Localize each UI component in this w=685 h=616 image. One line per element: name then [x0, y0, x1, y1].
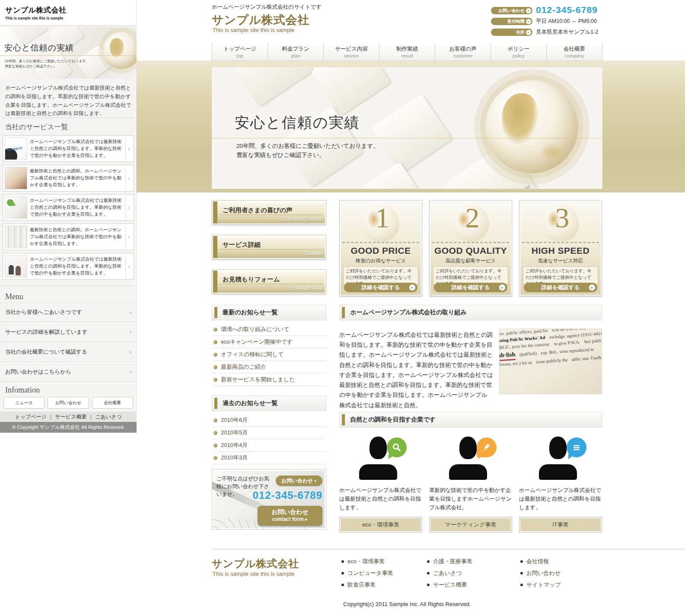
- sidebar-logo[interactable]: サンプル株式会社 This is sample site this is sam…: [0, 0, 136, 26]
- detail-button[interactable]: 詳細を確認する▸: [524, 283, 597, 292]
- news-item[interactable]: ecoキャンペーン開催中です: [212, 336, 326, 348]
- service-thumbnail-people: [5, 255, 27, 278]
- service-list-item[interactable]: ホームページサンプル株式会社では最新技術と自然との調和を目指します。革新的な技術…: [3, 253, 134, 280]
- play-circle-icon: ▸: [409, 284, 415, 290]
- feature-box-high-speed: 3 HIGH SPEED 迅速なサービス対応 ご好評をいただいております。今だけ…: [519, 200, 602, 296]
- company-button[interactable]: 会社概要: [92, 397, 133, 409]
- nav-item-top[interactable]: トップページtop: [212, 43, 268, 60]
- footer-link[interactable]: ごあいさつ: [427, 569, 472, 577]
- archive-item[interactable]: 2010年3月: [212, 452, 326, 464]
- footer-link[interactable]: お問い合わせ: [520, 569, 561, 577]
- feature-subtitle: 高品質な顧客サービス: [430, 258, 512, 264]
- marketing-business-button[interactable]: マーケティング事業: [429, 517, 512, 533]
- arrow-circle-icon: ▸: [526, 8, 531, 13]
- estimate-form-banner[interactable]: お見積もりフォーム Estimate form: [212, 269, 326, 294]
- chevron-right-icon: ›: [125, 137, 132, 160]
- footer-link[interactable]: 飲食店事業: [341, 581, 393, 589]
- hours-badge[interactable]: 受付時間▸: [491, 18, 532, 25]
- bullet-icon: [341, 584, 344, 586]
- contact-row-address: 住所▸ 見本県見本市サンプル1-2: [491, 27, 608, 38]
- contact-badge[interactable]: お問い合わせ▸: [491, 7, 532, 14]
- address-badge[interactable]: 住所▸: [491, 29, 532, 36]
- chevron-right-icon: ›: [125, 167, 132, 189]
- site-logo-subtitle: This is sample site this is sample: [213, 27, 294, 33]
- bullet-icon: [427, 572, 430, 575]
- initiatives-body: ホームページサンプル株式会社では最新技術と自然との調和を目指します。革新的な技術…: [339, 330, 493, 410]
- person-icon: [355, 437, 407, 480]
- detail-button[interactable]: 詳細を確認する▸: [434, 283, 507, 292]
- footer-link[interactable]: eco・環境事業: [341, 558, 393, 565]
- contact-button[interactable]: お問い合わせ: [48, 397, 89, 409]
- nav-item-service[interactable]: サービス内容service: [323, 43, 379, 60]
- archive-item[interactable]: 2010年6月: [212, 414, 326, 427]
- footer-logo-subtitle: This is sample site this is sample: [213, 571, 294, 577]
- news-item[interactable]: 最新商品のご紹介: [212, 361, 326, 373]
- detail-button[interactable]: 詳細を確認する▸: [344, 283, 417, 292]
- service-list-item[interactable]: ホームページサンプル株式会社では最新技術と自然との調和を目指します。革新的な技術…: [3, 194, 134, 221]
- contact-form-button[interactable]: お問い合わせ contact form ▸: [258, 506, 322, 526]
- bullet-icon: [427, 584, 430, 586]
- keyboard-key-decoration: [371, 94, 452, 173]
- nav-item-policy[interactable]: ポリシーpolicy: [491, 43, 546, 60]
- business-hours: 平日 AM10:00 ～ PM5:00: [536, 18, 597, 25]
- service-list-item[interactable]: BUSINESS ホームページサンプル株式会社では最新技術と自然との調和を目指し…: [3, 135, 134, 162]
- site-logo[interactable]: サンプル株式会社: [212, 12, 310, 28]
- news-button[interactable]: ニュース: [3, 397, 45, 409]
- footer-link[interactable]: 会社情報: [520, 558, 561, 565]
- nav-item-result[interactable]: 制作実績result: [379, 43, 435, 60]
- service-item-text: 最新技術と自然との調和。ホームページサンプル株式会社では革新的な技術で世の中を動…: [27, 168, 125, 188]
- footer-link[interactable]: サイトマップ: [520, 581, 561, 589]
- bullet-icon: [341, 560, 344, 563]
- footer-link-top[interactable]: トップページ: [15, 413, 46, 421]
- news-item[interactable]: オフィスの移転に関して: [212, 348, 326, 361]
- bullet-icon: [213, 365, 217, 369]
- sidebar-menu-item-service[interactable]: サービスの詳細を解説しています›: [0, 322, 137, 342]
- footer-logo[interactable]: サンプル株式会社: [212, 557, 299, 571]
- sidebar-menu-item-contact[interactable]: お問い合わせはこちらから›: [0, 362, 137, 382]
- bullet-icon: [213, 418, 217, 422]
- nav-item-plan[interactable]: 料金プランplan: [268, 43, 323, 60]
- chevron-right-icon: ›: [130, 349, 131, 355]
- bullet-icon: [520, 584, 523, 586]
- it-business-button[interactable]: IT事業: [519, 517, 602, 533]
- archive-item[interactable]: 2010年4月: [212, 439, 326, 452]
- footer-column-services: 介護・医療事業 ごあいさつ サービス概要: [427, 558, 472, 593]
- sidebar-logo-title: サンプル株式会社: [5, 5, 131, 15]
- nav-item-customer[interactable]: お客様の声customer: [435, 43, 491, 60]
- archive-item[interactable]: 2010年5月: [212, 427, 326, 439]
- customer-voice-banner[interactable]: ご利用者さまの喜びの声 Customer's voice: [212, 200, 326, 225]
- service-detail-banner[interactable]: サービス詳細 Service: [212, 235, 326, 259]
- service-thumbnail-laptop: [5, 167, 27, 189]
- main-nav: トップページtop 料金プランplan サービス内容service 制作実績re…: [212, 43, 602, 61]
- sidebar-intro-text: ホームページサンプル株式会社では最新技術と自然との調和を目指します。革新的な技術…: [0, 84, 137, 118]
- sidebar-menu-item-greeting[interactable]: 当社から皆様へごあいさつです›: [0, 303, 137, 322]
- hero-title: 安心と信頼の実績: [235, 113, 360, 133]
- globe-icon: [103, 32, 137, 69]
- sidebar-info-heading: Infomation: [5, 386, 40, 395]
- contact-pill-button[interactable]: お問い合わせ▸: [276, 476, 322, 486]
- globe-icon: [485, 80, 578, 173]
- hero-image: Enter 安心と信頼の実績 20年間、多くのお客様にご愛顧いただいております。…: [212, 67, 602, 189]
- harmony-column-eco: ホームページサンプル株式会社では最新技術と自然との調和を目指します。 eco・環…: [339, 437, 422, 533]
- nav-item-company[interactable]: 会社概要company: [546, 43, 602, 60]
- sidebar-menu-item-company[interactable]: 当社の会社概要について確認する›: [0, 342, 137, 362]
- footer-link[interactable]: サービス概要: [427, 581, 472, 589]
- separator: ｜: [48, 413, 54, 421]
- footer-link-greeting[interactable]: ごあいさつ: [95, 413, 121, 421]
- bullet-icon: [213, 378, 217, 382]
- news-item[interactable]: 新規サービスを開始しました: [212, 373, 326, 386]
- sidebar-footer-links: トップページ ｜ サービス概要 ｜ ごあいさつ: [0, 412, 137, 422]
- chevron-right-icon: ›: [130, 369, 131, 375]
- service-list-item[interactable]: 最新技術と自然との調和。ホームページサンプル株式会社では革新的な技術で世の中を動…: [3, 223, 134, 250]
- footer-link[interactable]: 介護・医療事業: [427, 558, 472, 565]
- contact-row-hours: 受付時間▸ 平日 AM10:00 ～ PM5:00: [491, 16, 608, 27]
- sidebar-hero-subtitle: 20年間、多くのお客様にご愛顧いただいております。 豊富な実績もぜひご確認下さい…: [5, 59, 89, 69]
- search-bubble-icon: [387, 437, 407, 457]
- news-item[interactable]: 環境への取り組みについて: [212, 323, 326, 336]
- eco-business-button[interactable]: eco・環境事業: [339, 517, 422, 533]
- person-icon: [535, 437, 586, 480]
- service-list-item[interactable]: 最新技術と自然との調和。ホームページサンプル株式会社では革新的な技術で世の中を動…: [3, 165, 134, 192]
- sidebar-copyright: © Copyright サンプル株式会社 All Rights Reseved.: [0, 422, 137, 433]
- footer-link[interactable]: コンピュータ事業: [341, 569, 393, 577]
- footer-link-service[interactable]: サービス概要: [55, 413, 87, 421]
